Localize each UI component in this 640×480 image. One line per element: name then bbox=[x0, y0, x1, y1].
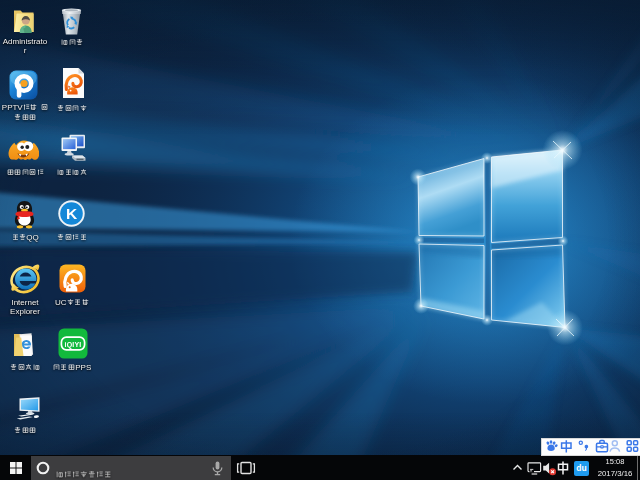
svg-text:iQIYI: iQIYI bbox=[65, 341, 82, 349]
svg-text:K: K bbox=[66, 205, 78, 222]
